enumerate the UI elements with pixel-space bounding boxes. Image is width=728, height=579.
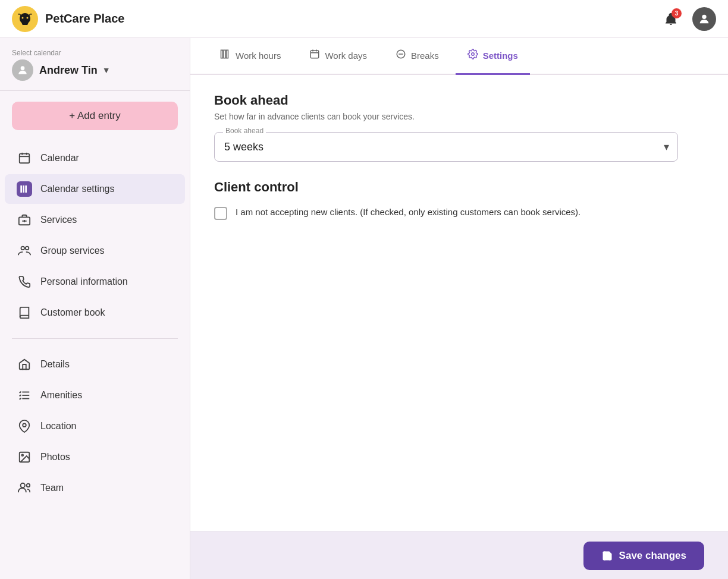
svg-point-15 bbox=[21, 247, 25, 250]
tab-work-days[interactable]: Work days bbox=[297, 38, 379, 75]
tab-label-work-days: Work days bbox=[325, 51, 367, 61]
sidebar-item-label-details: Details bbox=[40, 359, 70, 370]
save-changes-label: Save changes bbox=[619, 550, 686, 562]
sidebar-divider-middle bbox=[12, 338, 178, 339]
svg-point-4 bbox=[21, 66, 25, 70]
group-icon bbox=[17, 243, 32, 259]
content-footer-wrapper: Book ahead Set how far in advance client… bbox=[190, 75, 728, 579]
top-nav: PetCare Place 3 bbox=[0, 0, 728, 38]
footer-bar: Save changes bbox=[190, 531, 728, 579]
client-control-title: Client control bbox=[214, 180, 704, 195]
sidebar-item-photos[interactable]: Photos bbox=[5, 442, 185, 472]
sidebar-divider-top bbox=[0, 90, 190, 91]
tab-work-hours[interactable]: Work hours bbox=[208, 38, 293, 75]
svg-rect-11 bbox=[25, 185, 27, 193]
sidebar-item-label-team: Team bbox=[40, 483, 64, 493]
image-icon bbox=[17, 449, 32, 465]
notification-button[interactable]: 3 bbox=[659, 7, 683, 31]
list-check-icon bbox=[17, 388, 32, 403]
breaks-tab-icon bbox=[396, 49, 406, 62]
calendar-user-name: Andrew Tin bbox=[39, 64, 98, 77]
sidebar-item-label-personal-info: Personal information bbox=[40, 276, 128, 287]
people-icon bbox=[17, 480, 32, 496]
svg-point-24 bbox=[27, 484, 30, 487]
app-title: PetCare Place bbox=[45, 12, 124, 26]
svg-rect-27 bbox=[227, 50, 228, 58]
svg-point-34 bbox=[471, 53, 474, 56]
nav-left: PetCare Place bbox=[12, 6, 124, 32]
svg-rect-10 bbox=[23, 185, 24, 193]
svg-rect-28 bbox=[311, 51, 319, 58]
app-logo bbox=[12, 6, 38, 32]
sidebar-item-amenities[interactable]: Amenities bbox=[5, 380, 185, 410]
sidebar-item-label-group-services: Group services bbox=[40, 246, 105, 256]
sidebar-item-details[interactable]: Details bbox=[5, 350, 185, 379]
sidebar-item-personal-info[interactable]: Personal information bbox=[5, 267, 185, 297]
svg-rect-25 bbox=[221, 50, 223, 58]
briefcase-icon bbox=[17, 212, 32, 228]
no-new-clients-row: I am not accepting new clients. (If chec… bbox=[214, 206, 704, 220]
svg-rect-9 bbox=[20, 185, 22, 193]
sidebar: Select calendar Andrew Tin ▼ + Add entry… bbox=[0, 38, 190, 579]
work-days-tab-icon bbox=[309, 49, 320, 62]
settings-tab-icon bbox=[467, 49, 478, 62]
work-hours-tab-icon bbox=[220, 49, 231, 62]
svg-point-1 bbox=[22, 17, 24, 18]
calendar-icon bbox=[17, 150, 32, 166]
tab-settings[interactable]: Settings bbox=[456, 38, 530, 75]
calendar-select-row[interactable]: Andrew Tin ▼ bbox=[0, 59, 190, 88]
main-panel: Work hours Work days Breaks bbox=[190, 38, 728, 579]
book-ahead-desc: Set how far in advance clients can book … bbox=[214, 112, 704, 121]
client-control-section: Client control I am not accepting new cl… bbox=[214, 180, 704, 220]
pin-icon bbox=[17, 418, 32, 434]
svg-rect-5 bbox=[20, 154, 30, 163]
user-avatar-button[interactable] bbox=[692, 7, 716, 31]
calendar-avatar bbox=[12, 59, 33, 81]
sidebar-item-team[interactable]: Team bbox=[5, 473, 185, 503]
tab-label-work-hours: Work hours bbox=[236, 51, 281, 61]
tab-label-breaks: Breaks bbox=[411, 51, 439, 61]
svg-point-22 bbox=[21, 454, 23, 456]
book-ahead-field: Book ahead 1 week 2 weeks 3 weeks 4 week… bbox=[214, 132, 678, 162]
no-new-clients-label: I am not accepting new clients. (If chec… bbox=[236, 206, 580, 219]
book-ahead-title: Book ahead bbox=[214, 93, 704, 108]
sidebar-item-label-photos: Photos bbox=[40, 452, 70, 462]
tab-breaks[interactable]: Breaks bbox=[384, 38, 451, 75]
tabs-bar: Work hours Work days Breaks bbox=[190, 38, 728, 75]
sidebar-item-label-calendar-settings: Calendar settings bbox=[40, 184, 115, 194]
sidebar-item-calendar[interactable]: Calendar bbox=[5, 143, 185, 173]
tab-label-settings: Settings bbox=[483, 51, 518, 61]
nav-section-bottom: Details Amenities Location bbox=[0, 345, 190, 508]
svg-point-23 bbox=[21, 483, 25, 487]
book-ahead-section: Book ahead Set how far in advance client… bbox=[214, 93, 704, 162]
svg-point-2 bbox=[27, 17, 29, 18]
book-icon bbox=[17, 305, 32, 320]
dropdown-arrow-icon: ▼ bbox=[102, 65, 111, 75]
nav-right: 3 bbox=[659, 7, 716, 31]
notification-badge: 3 bbox=[671, 8, 682, 18]
phone-icon bbox=[17, 274, 32, 290]
no-new-clients-checkbox[interactable] bbox=[214, 207, 227, 220]
sidebar-item-group-services[interactable]: Group services bbox=[5, 236, 185, 266]
book-ahead-field-label: Book ahead bbox=[223, 127, 266, 135]
sidebar-item-location[interactable]: Location bbox=[5, 411, 185, 441]
main-layout: Select calendar Andrew Tin ▼ + Add entry… bbox=[0, 38, 728, 579]
home-icon bbox=[17, 357, 32, 372]
sidebar-item-customer-book[interactable]: Customer book bbox=[5, 298, 185, 328]
select-calendar-label: Select calendar bbox=[0, 38, 190, 59]
save-changes-button[interactable]: Save changes bbox=[583, 542, 704, 570]
sidebar-item-label-services: Services bbox=[40, 215, 77, 225]
svg-point-20 bbox=[23, 423, 26, 427]
book-ahead-select[interactable]: 1 week 2 weeks 3 weeks 4 weeks 5 weeks 6… bbox=[215, 133, 677, 161]
svg-point-16 bbox=[26, 247, 29, 250]
svg-point-3 bbox=[702, 14, 706, 18]
sidebar-item-label-calendar: Calendar bbox=[40, 153, 79, 163]
nav-section-top: Calendar Calendar settings Services bbox=[0, 139, 190, 332]
sidebar-item-calendar-settings[interactable]: Calendar settings bbox=[5, 174, 185, 204]
svg-rect-26 bbox=[224, 50, 225, 58]
add-entry-button[interactable]: + Add entry bbox=[12, 102, 178, 130]
sidebar-item-services[interactable]: Services bbox=[5, 205, 185, 235]
calendar-name-dropdown[interactable]: Andrew Tin ▼ bbox=[39, 64, 111, 77]
columns-icon bbox=[17, 181, 32, 197]
sidebar-item-label-customer-book: Customer book bbox=[40, 307, 105, 318]
